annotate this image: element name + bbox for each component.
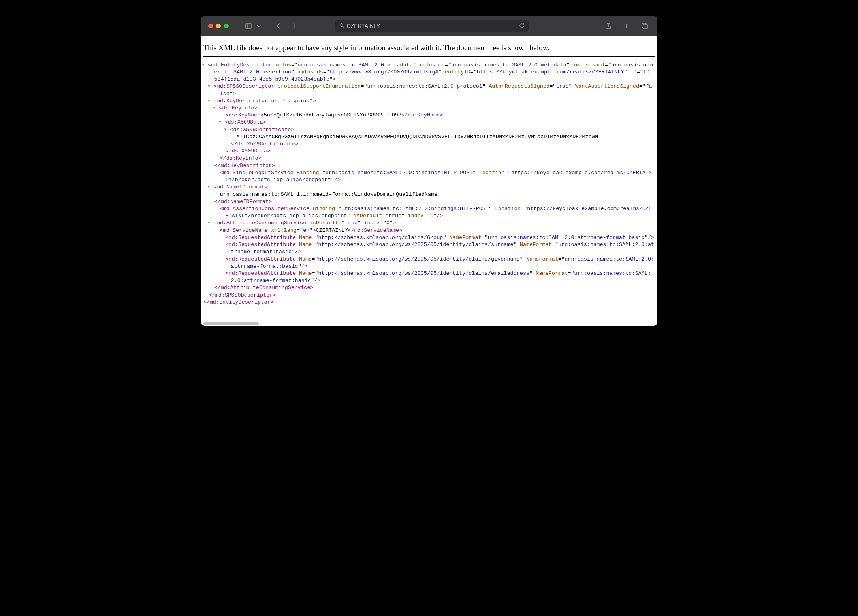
horizontal-scrollbar-thumb[interactable]	[203, 322, 259, 325]
xml-node[interactable]: <md:RequestedAttribute Name="http://sche…	[220, 241, 655, 255]
xml-node[interactable]: ▼<ds:KeyInfo>	[220, 105, 655, 112]
xml-node[interactable]: <md:RequestedAttribute Name="http://sche…	[220, 234, 655, 241]
xml-node[interactable]: <md:ServiceName xml:lang="en">CZERTAINLY…	[220, 227, 655, 234]
xml-node[interactable]: </md:EntityDescriptor>	[203, 299, 655, 306]
xml-node[interactable]: ▼<md:NameIDFormat>	[214, 184, 655, 191]
xml-node[interactable]: ▼<md:EntityDescriptor xmlns="urn:oasis:n…	[203, 62, 655, 83]
right-toolbar	[603, 21, 650, 32]
xml-node[interactable]: <ds:KeyName>5nSeQqISZr16ndaLxmyTwqise0SF…	[226, 112, 655, 119]
search-icon	[339, 23, 344, 29]
xml-node[interactable]: </md:SPSSODescriptor>	[209, 292, 655, 299]
xml-node[interactable]: </ds:KeyInfo>	[220, 155, 655, 162]
xml-node[interactable]: </md:NameIDFormat>	[214, 198, 655, 205]
horizontal-scrollbar[interactable]	[201, 322, 657, 326]
browser-window: CZERTAINLY This XML file does not appear…	[201, 16, 657, 326]
share-button[interactable]	[603, 21, 614, 32]
disclosure-triangle-icon[interactable]: ▼	[215, 105, 219, 111]
xml-node[interactable]: <md:RequestedAttribute Name="http://sche…	[220, 270, 655, 284]
forward-button[interactable]	[289, 21, 300, 32]
back-button[interactable]	[273, 21, 284, 32]
sidebar-toggle-group	[243, 21, 262, 32]
xml-node[interactable]: ▼<ds:X509Data>	[226, 119, 655, 126]
nav-buttons	[273, 21, 300, 32]
svg-rect-6	[643, 24, 647, 29]
xml-node[interactable]: ▼<ds:X509Certificate>	[231, 126, 655, 133]
close-window-button[interactable]	[208, 24, 213, 28]
disclosure-triangle-icon[interactable]: ▼	[221, 120, 225, 125]
xml-node[interactable]: MIICozCCAYsCBgGGzGILrzANBgkqhkiG9w0BAQsF…	[237, 133, 655, 141]
disclosure-triangle-icon[interactable]: ▼	[210, 84, 214, 89]
xml-viewer[interactable]: This XML file does not appear to have an…	[201, 36, 657, 322]
sidebar-toggle-button[interactable]	[243, 21, 254, 32]
minimize-window-button[interactable]	[216, 24, 221, 28]
address-bar-text: CZERTAINLY	[347, 23, 380, 29]
svg-line-3	[342, 26, 344, 28]
disclosure-triangle-icon[interactable]: ▼	[204, 62, 208, 68]
address-bar[interactable]: CZERTAINLY	[335, 20, 529, 32]
new-tab-button[interactable]	[621, 21, 632, 32]
disclosure-triangle-icon[interactable]: ▼	[226, 127, 230, 133]
reload-icon[interactable]	[519, 23, 525, 30]
xml-node[interactable]: <md:AssertionConsumerService Binding="ur…	[214, 205, 655, 220]
sidebar-chevron-icon[interactable]	[256, 21, 262, 32]
maximize-window-button[interactable]	[224, 24, 229, 28]
xml-node[interactable]: ▼<md:SPSSODescriptor protocolSupportEnum…	[209, 83, 655, 97]
xml-node[interactable]: ▼<md:KeyDescriptor use="signing">	[214, 98, 655, 105]
xml-node[interactable]: </ds:X509Data>	[226, 148, 655, 155]
xml-node[interactable]: </md:KeyDescriptor>	[214, 162, 655, 169]
xml-node[interactable]: ▼<md:AttributeConsumingService isDefault…	[214, 220, 655, 227]
svg-rect-0	[245, 24, 252, 28]
xml-node[interactable]: <md:RequestedAttribute Name="http://sche…	[220, 256, 655, 270]
tabs-overview-button[interactable]	[639, 21, 650, 32]
xml-node[interactable]: </md:AttributeConsumingService>	[214, 284, 655, 291]
xml-node[interactable]: <md:SingleLogoutService Binding="urn:oas…	[214, 169, 655, 184]
svg-point-2	[340, 24, 343, 27]
xml-node[interactable]: urn:oasis:names:tc:SAML:1.1:nameid-forma…	[220, 191, 655, 198]
disclosure-triangle-icon[interactable]: ▼	[210, 98, 214, 104]
traffic-lights	[208, 24, 229, 28]
titlebar: CZERTAINLY	[201, 16, 657, 36]
xml-node[interactable]: </ds:X509Certificate>	[231, 141, 655, 148]
disclosure-triangle-icon[interactable]: ▼	[210, 184, 214, 190]
disclosure-triangle-icon[interactable]: ▼	[210, 220, 214, 226]
xml-notice: This XML file does not appear to have an…	[203, 40, 655, 57]
